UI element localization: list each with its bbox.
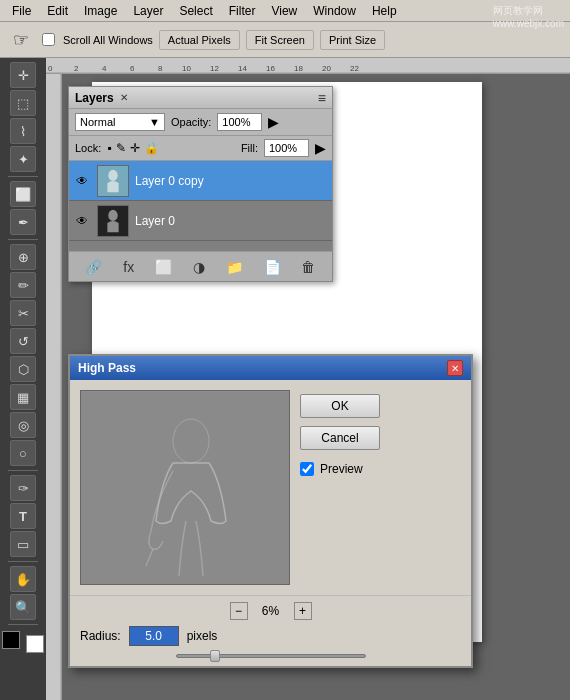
cancel-button[interactable]: Cancel xyxy=(300,426,380,450)
svg-text:22: 22 xyxy=(350,64,359,73)
scroll-all-checkbox[interactable] xyxy=(42,33,55,46)
toolbar: ☞ Scroll All Windows Actual Pixels Fit S… xyxy=(0,22,570,58)
svg-text:14: 14 xyxy=(238,64,247,73)
layers-panel: Layers ✕ ≡ Normal ▼ Opacity: 100% ▶ Lock… xyxy=(68,86,333,282)
layer-effects-icon[interactable]: fx xyxy=(123,259,134,275)
scroll-all-label: Scroll All Windows xyxy=(63,34,153,46)
fill-input[interactable]: 100% xyxy=(264,139,309,157)
foreground-color[interactable] xyxy=(2,631,20,649)
eyedropper-tool-icon[interactable]: ✒ xyxy=(10,209,36,235)
text-tool-icon[interactable]: T xyxy=(10,503,36,529)
slider-thumb[interactable] xyxy=(210,650,220,662)
highpass-footer: − 6% + Radius: pixels xyxy=(70,595,471,666)
layer-eye-0[interactable]: 👁 xyxy=(73,212,91,230)
highpass-title: High Pass xyxy=(78,361,136,375)
menu-window[interactable]: Window xyxy=(305,2,364,20)
layer-eye-copy[interactable]: 👁 xyxy=(73,172,91,190)
brush-tool-icon[interactable]: ✏ xyxy=(10,272,36,298)
layer-row-copy[interactable]: 👁 Layer 0 copy xyxy=(69,161,332,201)
wand-tool-icon[interactable]: ✦ xyxy=(10,146,36,172)
tool-separator-4 xyxy=(8,561,38,562)
layer-name-0: Layer 0 xyxy=(135,214,328,228)
marquee-tool-icon[interactable]: ⬚ xyxy=(10,90,36,116)
lock-transparent-icon[interactable]: ▪ xyxy=(107,141,111,155)
add-mask-icon[interactable]: ⬜ xyxy=(155,259,172,275)
layers-title-left: Layers ✕ xyxy=(75,91,128,105)
layers-close-icon[interactable]: ✕ xyxy=(120,92,128,103)
ok-button[interactable]: OK xyxy=(300,394,380,418)
radius-label: Radius: xyxy=(80,629,121,643)
dodge-tool-icon[interactable]: ○ xyxy=(10,440,36,466)
lock-pixels-icon[interactable]: ✎ xyxy=(116,141,126,155)
svg-text:8: 8 xyxy=(158,64,163,73)
menu-select[interactable]: Select xyxy=(171,2,220,20)
move-tool-icon[interactable]: ✛ xyxy=(10,62,36,88)
link-layers-icon[interactable]: 🔗 xyxy=(85,259,102,275)
history-brush-icon[interactable]: ↺ xyxy=(10,328,36,354)
zoom-plus-button[interactable]: + xyxy=(294,602,312,620)
lasso-tool-icon[interactable]: ⌇ xyxy=(10,118,36,144)
shape-tool-icon[interactable]: ▭ xyxy=(10,531,36,557)
layers-list: 👁 Layer 0 copy 👁 Layer 0 xyxy=(69,161,332,251)
svg-text:4: 4 xyxy=(102,64,107,73)
preview-checkbox[interactable] xyxy=(300,462,314,476)
fit-screen-button[interactable]: Fit Screen xyxy=(246,30,314,50)
gradient-tool-icon[interactable]: ▦ xyxy=(10,384,36,410)
background-color[interactable] xyxy=(26,635,44,653)
svg-rect-14 xyxy=(46,74,62,700)
new-group-icon[interactable]: 📁 xyxy=(226,259,243,275)
layers-title: Layers xyxy=(75,91,114,105)
healing-tool-icon[interactable]: ⊕ xyxy=(10,244,36,270)
opacity-input[interactable]: 100% xyxy=(217,113,262,131)
svg-text:12: 12 xyxy=(210,64,219,73)
menu-layer[interactable]: Layer xyxy=(125,2,171,20)
menubar: File Edit Image Layer Select Filter View… xyxy=(0,0,570,22)
radius-row: Radius: pixels xyxy=(80,626,461,646)
eraser-tool-icon[interactable]: ⬡ xyxy=(10,356,36,382)
clone-tool-icon[interactable]: ✂ xyxy=(10,300,36,326)
menu-file[interactable]: File xyxy=(4,2,39,20)
layers-menu-icon[interactable]: ≡ xyxy=(318,90,326,106)
highpass-dialog: High Pass ✕ xyxy=(68,354,473,668)
menu-filter[interactable]: Filter xyxy=(221,2,264,20)
menu-help[interactable]: Help xyxy=(364,2,405,20)
zoom-minus-button[interactable]: − xyxy=(230,602,248,620)
opacity-arrow-icon[interactable]: ▶ xyxy=(268,114,279,130)
slider-track[interactable] xyxy=(176,654,366,658)
pen-tool-icon[interactable]: ✑ xyxy=(10,475,36,501)
lock-label: Lock: xyxy=(75,142,101,154)
tool-separator-5 xyxy=(8,624,38,625)
zoom-tool-icon[interactable]: 🔍 xyxy=(10,594,36,620)
blend-mode-dropdown[interactable]: Normal ▼ xyxy=(75,113,165,131)
radius-unit: pixels xyxy=(187,629,218,643)
layers-lock-row: Lock: ▪ ✎ ✛ 🔒 Fill: 100% ▶ xyxy=(69,136,332,161)
layers-controls: Normal ▼ Opacity: 100% ▶ xyxy=(69,109,332,136)
lock-icons: ▪ ✎ ✛ 🔒 xyxy=(107,141,158,155)
highpass-close-button[interactable]: ✕ xyxy=(447,360,463,376)
highpass-preview xyxy=(80,390,290,585)
hand-tool-icon2[interactable]: ✋ xyxy=(10,566,36,592)
lock-all-icon[interactable]: 🔒 xyxy=(144,141,159,155)
layer-row-0[interactable]: 👁 Layer 0 xyxy=(69,201,332,241)
layers-bottom-bar: 🔗 fx ⬜ ◑ 📁 📄 🗑 xyxy=(69,251,332,281)
menu-edit[interactable]: Edit xyxy=(39,2,76,20)
crop-tool-icon[interactable]: ⬜ xyxy=(10,181,36,207)
fill-arrow-icon[interactable]: ▶ xyxy=(315,140,326,156)
lock-position-icon[interactable]: ✛ xyxy=(130,141,140,155)
watermark: 网页教学网www.webjx.com xyxy=(493,4,564,29)
menu-image[interactable]: Image xyxy=(76,2,125,20)
blur-tool-icon[interactable]: ◎ xyxy=(10,412,36,438)
layers-titlebar: Layers ✕ ≡ xyxy=(69,87,332,109)
radius-input[interactable] xyxy=(129,626,179,646)
highpass-titlebar: High Pass ✕ xyxy=(70,356,471,380)
svg-rect-0 xyxy=(46,58,570,74)
delete-layer-icon[interactable]: 🗑 xyxy=(301,259,315,275)
svg-point-19 xyxy=(108,209,117,220)
hand-tool-icon[interactable]: ☞ xyxy=(6,25,36,55)
new-layer-icon[interactable]: 📄 xyxy=(264,259,281,275)
print-size-button[interactable]: Print Size xyxy=(320,30,385,50)
actual-pixels-button[interactable]: Actual Pixels xyxy=(159,30,240,50)
adjustment-layer-icon[interactable]: ◑ xyxy=(193,259,205,275)
menu-view[interactable]: View xyxy=(263,2,305,20)
highpass-controls: OK Cancel Preview xyxy=(300,390,461,585)
